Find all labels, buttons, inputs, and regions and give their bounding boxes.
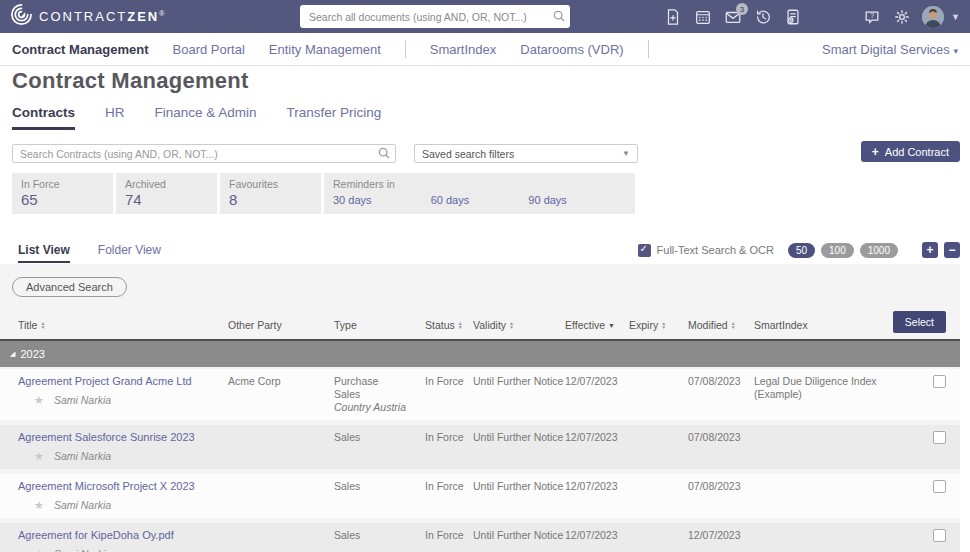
mail-badge: 3 — [736, 3, 748, 15]
page-size-100-button[interactable]: 100 — [821, 243, 854, 258]
column-expiry[interactable]: Expiry▲▼ — [629, 319, 688, 331]
cell-type: PurchaseSales Country Austria — [334, 375, 425, 414]
sort-icon: ▲▼ — [40, 321, 45, 329]
logo-text: CONTRACTZEN® — [39, 9, 166, 24]
user-avatar[interactable] — [922, 6, 944, 28]
column-other-party[interactable]: Other Party — [228, 319, 334, 331]
nav-smart-digital-services[interactable]: Smart Digital Services ▾ — [822, 42, 958, 57]
collapse-group-icon: ◢ — [10, 350, 15, 358]
new-document-icon[interactable] — [663, 7, 682, 26]
stat-archived[interactable]: Archived 74 — [116, 173, 217, 214]
column-smartindex[interactable]: SmartIndex — [754, 319, 916, 331]
expand-rows-button[interactable]: + — [922, 242, 938, 258]
collapse-rows-button[interactable]: − — [944, 242, 960, 258]
user-menu-caret-icon[interactable]: ▼ — [951, 12, 960, 22]
nav-smartindex[interactable]: SmartIndex — [430, 42, 496, 57]
product-nav: Contract Management Board Portal Entity … — [0, 33, 970, 66]
advanced-search-button[interactable]: Advanced Search — [12, 277, 127, 297]
help-icon[interactable]: ? — [862, 7, 881, 26]
cell-validity: Until Further Notice — [473, 375, 565, 388]
page-size-50-button[interactable]: 50 — [788, 243, 815, 258]
section-tabs: Contracts HR Finance & Admin Transfer Pr… — [12, 105, 381, 130]
cell-modified: 12/07/2023 — [688, 529, 754, 542]
nav-datarooms[interactable]: Datarooms (VDR) — [520, 42, 623, 57]
column-validity[interactable]: Validity▲▼ — [473, 319, 565, 331]
group-row-2023[interactable]: ◢ 2023 — [0, 341, 960, 367]
favourite-star-icon[interactable]: ★ — [34, 499, 44, 512]
row-checkbox[interactable] — [933, 375, 946, 388]
contract-title-link[interactable]: Agreement Salesforce Sunrise 2023 — [18, 431, 195, 443]
column-status[interactable]: Status▲▼ — [425, 319, 473, 331]
cell-smartindex: Legal Due Diligence Index (Example) — [754, 375, 916, 401]
mail-icon[interactable]: 3 — [723, 7, 742, 26]
contract-title-link[interactable]: Agreement Project Grand Acme Ltd — [18, 375, 192, 387]
nav-board-portal[interactable]: Board Portal — [173, 42, 245, 57]
svg-text:?: ? — [870, 11, 874, 20]
favourite-star-icon[interactable]: ★ — [34, 450, 44, 463]
cell-effective: 12/07/2023 — [565, 375, 629, 388]
tab-transfer-pricing[interactable]: Transfer Pricing — [287, 105, 382, 130]
logo-spiral-icon — [10, 3, 33, 30]
sort-icon: ▲▼ — [661, 321, 666, 329]
column-type[interactable]: Type — [334, 319, 425, 331]
stat-in-force[interactable]: In Force 65 — [12, 173, 113, 214]
column-title[interactable]: Title▲▼ — [18, 319, 228, 331]
nav-divider — [405, 40, 406, 58]
page-size-1000-button[interactable]: 1000 — [860, 243, 898, 258]
contract-title-link[interactable]: Agreement for KipeDoha Oy.pdf — [18, 529, 174, 541]
global-search-input[interactable] — [300, 11, 553, 23]
fulltext-ocr-checkbox[interactable] — [638, 244, 651, 257]
history-icon[interactable] — [753, 7, 772, 26]
stats-cards: In Force 65 Archived 74 Favourites 8 Rem… — [12, 173, 635, 214]
table-body: Agreement Project Grand Acme Ltd ★ Sami … — [0, 369, 960, 552]
saved-search-filters-select[interactable]: Saved search filters ▼ — [414, 144, 638, 163]
nav-entity-management[interactable]: Entity Management — [269, 42, 381, 57]
contracts-search-input[interactable] — [13, 148, 378, 160]
tab-finance-admin[interactable]: Finance & Admin — [155, 105, 257, 130]
stat-archived-value: 74 — [125, 191, 208, 208]
tab-list-view[interactable]: List View — [18, 243, 70, 263]
calendar-icon[interactable] — [693, 7, 712, 26]
fulltext-ocr-label: Full-Text Search & OCR — [657, 244, 774, 256]
row-checkbox[interactable] — [933, 529, 946, 542]
stat-favourites[interactable]: Favourites 8 — [220, 173, 321, 214]
cell-modified: 07/08/2023 — [688, 375, 754, 388]
reminders-30-days-link[interactable]: 30 days — [333, 194, 431, 206]
contractzen-logo[interactable]: CONTRACTZEN® — [10, 3, 166, 30]
row-checkbox[interactable] — [933, 480, 946, 493]
column-effective[interactable]: Effective▼ — [565, 319, 629, 331]
contracts-search — [12, 144, 396, 163]
top-bar: CONTRACTZEN® 3 ? — [0, 0, 970, 33]
global-search — [300, 5, 570, 28]
audit-log-icon[interactable] — [783, 7, 802, 26]
add-contract-button[interactable]: +Add Contract — [861, 141, 960, 162]
tab-contracts[interactable]: Contracts — [12, 105, 75, 130]
search-icon[interactable] — [553, 8, 565, 26]
favourite-star-icon[interactable]: ★ — [34, 548, 44, 552]
cell-status: In Force — [425, 375, 473, 388]
column-modified[interactable]: Modified▲▼ — [688, 319, 754, 331]
settings-gear-icon[interactable] — [892, 7, 911, 26]
tab-hr[interactable]: HR — [105, 105, 125, 130]
tab-folder-view[interactable]: Folder View — [98, 243, 161, 263]
select-button[interactable]: Select — [893, 311, 946, 333]
table-row: Agreement Microsoft Project X 2023 ★ Sam… — [0, 474, 960, 518]
reminders-60-days-link[interactable]: 60 days — [431, 194, 529, 206]
reminders-90-days-link[interactable]: 90 days — [528, 194, 626, 206]
view-bar: List View Folder View Full-Text Search &… — [0, 241, 970, 264]
cell-status: In Force — [425, 431, 473, 444]
cell-validity: Until Further Notice — [473, 431, 565, 444]
row-checkbox[interactable] — [933, 431, 946, 444]
cell-modified: 07/08/2023 — [688, 431, 754, 444]
favourite-star-icon[interactable]: ★ — [34, 394, 44, 407]
sort-icon: ▲▼ — [731, 321, 736, 329]
sort-desc-icon: ▼ — [608, 322, 615, 329]
cell-status: In Force — [425, 480, 473, 493]
sort-icon: ▲▼ — [458, 321, 463, 329]
contract-title-link[interactable]: Agreement Microsoft Project X 2023 — [18, 480, 195, 492]
cell-validity: Until Further Notice — [473, 529, 565, 542]
contracts-panel: Advanced Search Title▲▼ Other Party Type… — [0, 264, 960, 552]
nav-contract-management[interactable]: Contract Management — [12, 42, 149, 57]
search-icon[interactable] — [378, 145, 390, 163]
contract-owner: Sami Narkia — [54, 394, 111, 407]
